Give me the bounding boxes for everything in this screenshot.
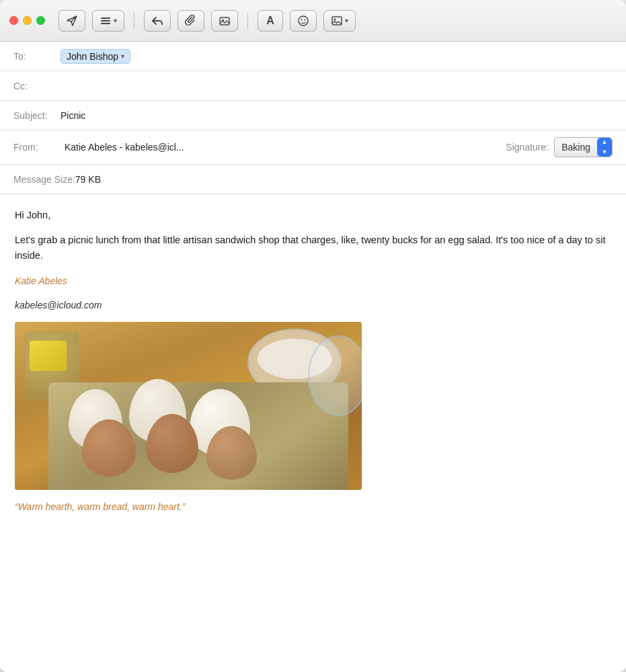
attach-button[interactable]: [178, 10, 204, 32]
maximize-button[interactable]: [36, 16, 45, 25]
message-size-label: Message Size:: [13, 174, 75, 185]
signature-quote: “Warm hearth, warm bread, warm heart.”: [15, 499, 611, 514]
stepper-down-button[interactable]: ▼: [597, 148, 612, 157]
font-button[interactable]: A: [258, 10, 283, 32]
compose-area: To: John Bishop ▾ Cc: Subject: Picnic Fr…: [0, 42, 626, 672]
message-size-value: 79 KB: [75, 174, 613, 185]
butter-block: [30, 341, 67, 371]
reply-icon: [151, 15, 163, 27]
recipient-name: John Bishop: [67, 51, 118, 62]
svg-rect-1: [101, 20, 110, 22]
image-button[interactable]: ▾: [323, 10, 356, 32]
send-button[interactable]: [58, 10, 85, 32]
cc-row: Cc:: [0, 71, 626, 101]
message-body[interactable]: Hi John, Let's grab a picnic lunch from …: [0, 194, 626, 672]
list-button[interactable]: ▾: [92, 10, 124, 32]
from-value: Katie Abeles - kabeles@icl...: [65, 142, 492, 153]
photo-attach-icon: [219, 15, 231, 27]
body-paragraph: Let's grab a picnic lunch from that litt…: [15, 233, 611, 263]
recipient-chevron-icon: ▾: [121, 52, 124, 60]
traffic-lights: [9, 16, 45, 25]
signature-section: Signature: Baking ▲ ▼: [506, 137, 613, 157]
signature-value[interactable]: Baking: [555, 140, 597, 155]
font-icon: A: [266, 15, 274, 27]
svg-rect-8: [332, 17, 342, 25]
separator-1: [134, 13, 134, 29]
toolbar: ▾ A: [0, 0, 626, 42]
close-button[interactable]: [9, 16, 18, 25]
body-greeting: Hi John,: [15, 208, 611, 223]
compose-window: ▾ A: [0, 0, 626, 672]
image-icon: [331, 15, 343, 27]
cc-label: Cc:: [13, 81, 61, 91]
svg-point-6: [301, 19, 303, 20]
from-label: From:: [13, 142, 61, 153]
separator-2: [247, 13, 248, 29]
subject-field[interactable]: Picnic: [61, 110, 613, 121]
signature-label: Signature:: [506, 142, 549, 153]
signature-author-email: kabeles@icloud.com: [15, 298, 611, 312]
svg-point-5: [299, 16, 308, 26]
photo-attach-button[interactable]: [211, 10, 238, 32]
emoji-button[interactable]: [290, 10, 317, 32]
reply-button[interactable]: [144, 10, 171, 32]
subject-row: Subject: Picnic: [0, 101, 626, 130]
subject-label: Subject:: [13, 110, 61, 121]
minimize-button[interactable]: [23, 16, 32, 25]
to-label: To:: [13, 51, 61, 62]
signature-stepper[interactable]: ▲ ▼: [597, 138, 612, 157]
stepper-up-button[interactable]: ▲: [597, 138, 612, 148]
emoji-icon: [297, 15, 309, 27]
to-row: To: John Bishop ▾: [0, 42, 626, 71]
email-image: [15, 322, 362, 490]
paperclip-icon: [185, 15, 197, 27]
from-row: From: Katie Abeles - kabeles@icl... Sign…: [0, 130, 626, 165]
svg-point-7: [305, 19, 306, 20]
svg-rect-2: [101, 23, 110, 24]
signature-author-name: Katie Abeles: [15, 274, 611, 288]
svg-rect-0: [101, 17, 110, 19]
size-row: Message Size: 79 KB: [0, 165, 626, 194]
from-section: From: Katie Abeles - kabeles@icl...: [13, 142, 492, 153]
list-icon: [100, 15, 112, 27]
egg-image-art: [15, 322, 362, 490]
to-field[interactable]: John Bishop ▾: [61, 49, 613, 64]
recipient-tag[interactable]: John Bishop ▾: [61, 49, 130, 64]
svg-rect-3: [220, 17, 229, 25]
send-icon: [66, 15, 78, 27]
svg-point-9: [334, 18, 336, 20]
